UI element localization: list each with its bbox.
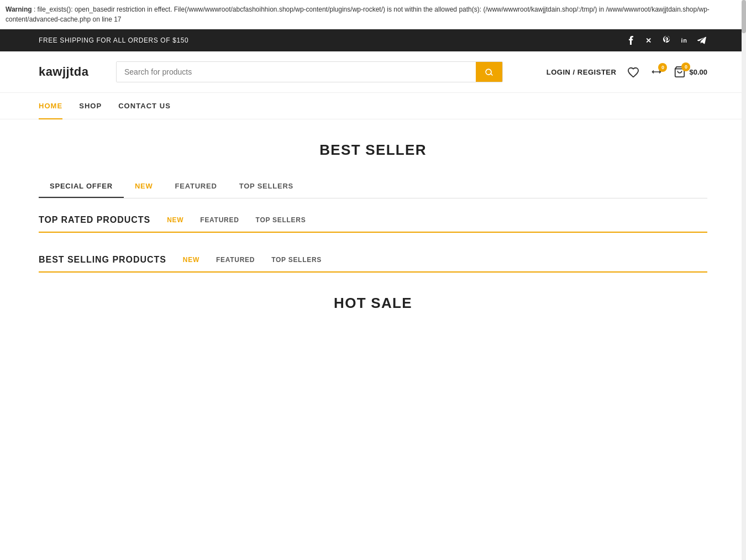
header: kawjjtda LOGIN / REGISTER 0: [0, 51, 746, 93]
top-rated-tab-new[interactable]: NEW: [167, 215, 183, 225]
best-seller-title: BEST SELLER: [39, 142, 707, 159]
best-seller-tabs: SPECIAL OFFER NEW FEATURED TOP SELLERS: [39, 175, 707, 198]
best-seller-section: BEST SELLER SPECIAL OFFER NEW FEATURED T…: [39, 142, 707, 198]
best-selling-header: BEST SELLING PRODUCTS NEW FEATURED TOP S…: [39, 255, 707, 273]
best-selling-tab-new[interactable]: NEW: [183, 255, 199, 265]
tab-special-offer[interactable]: SPECIAL OFFER: [39, 175, 124, 198]
top-rated-section: TOP RATED PRODUCTS NEW FEATURED TOP SELL…: [39, 215, 707, 233]
warning-label: Warning: [6, 6, 32, 13]
top-rated-tab-featured[interactable]: FEATURED: [200, 215, 239, 225]
pinterest-icon[interactable]: [661, 35, 672, 46]
cart-price: $0.00: [689, 68, 707, 76]
best-selling-title: BEST SELLING PRODUCTS: [39, 255, 166, 265]
warning-bar: Warning : file_exists(): open_basedir re…: [0, 0, 746, 29]
nav-item-contact[interactable]: CONTACT US: [118, 93, 171, 119]
main-content: BEST SELLER SPECIAL OFFER NEW FEATURED T…: [0, 119, 746, 334]
heart-icon: [627, 66, 639, 77]
nav-item-home[interactable]: HOME: [39, 93, 62, 119]
tab-featured[interactable]: FEATURED: [164, 175, 228, 198]
search-button[interactable]: [476, 62, 502, 82]
header-actions: LOGIN / REGISTER 0 0 $0.00: [547, 66, 707, 78]
promo-bar: FREE SHIPPING FOR ALL ORDERS OF $150 ✕ i…: [0, 29, 746, 51]
search-bar: [116, 61, 503, 82]
telegram-icon[interactable]: [696, 35, 707, 46]
search-icon: [485, 67, 493, 76]
best-selling-section: BEST SELLING PRODUCTS NEW FEATURED TOP S…: [39, 255, 707, 273]
login-register-button[interactable]: LOGIN / REGISTER: [547, 68, 617, 76]
promo-text: FREE SHIPPING FOR ALL ORDERS OF $150: [39, 36, 188, 44]
cart-button[interactable]: 0 $0.00: [674, 66, 707, 78]
best-selling-tab-top-sellers[interactable]: TOP SELLERS: [271, 255, 322, 265]
cart-icon-wrapper: 0: [674, 66, 686, 78]
warning-message: : file_exists(): open_basedir restrictio…: [34, 6, 604, 13]
top-rated-tab-top-sellers[interactable]: TOP SELLERS: [256, 215, 306, 225]
hot-sale-title: HOT SALE: [39, 295, 707, 312]
navigation: HOME SHOP CONTACT US: [0, 93, 746, 119]
compare-badge: 0: [658, 63, 667, 72]
tab-new[interactable]: NEW: [124, 175, 164, 198]
social-icons: ✕ in: [626, 35, 707, 46]
warning-line: 17: [114, 15, 121, 23]
best-seller-tab-list: SPECIAL OFFER NEW FEATURED TOP SELLERS: [39, 175, 707, 198]
top-rated-title: TOP RATED PRODUCTS: [39, 215, 150, 225]
logo[interactable]: kawjjtda: [39, 65, 105, 79]
search-input[interactable]: [117, 62, 476, 82]
facebook-icon[interactable]: [626, 35, 637, 46]
top-rated-header: TOP RATED PRODUCTS NEW FEATURED TOP SELL…: [39, 215, 707, 233]
scrollbar-thumb[interactable]: [742, 0, 746, 33]
compare-button[interactable]: 0: [650, 66, 663, 77]
linkedin-icon[interactable]: in: [679, 35, 690, 46]
nav-item-shop[interactable]: SHOP: [79, 93, 102, 119]
scrollbar-track[interactable]: [742, 0, 746, 334]
best-selling-tab-featured[interactable]: FEATURED: [216, 255, 255, 265]
twitter-x-icon[interactable]: ✕: [643, 35, 654, 46]
warning-line-label: on line: [92, 15, 112, 23]
wishlist-button[interactable]: [627, 66, 639, 77]
tab-top-sellers[interactable]: TOP SELLERS: [228, 175, 304, 198]
